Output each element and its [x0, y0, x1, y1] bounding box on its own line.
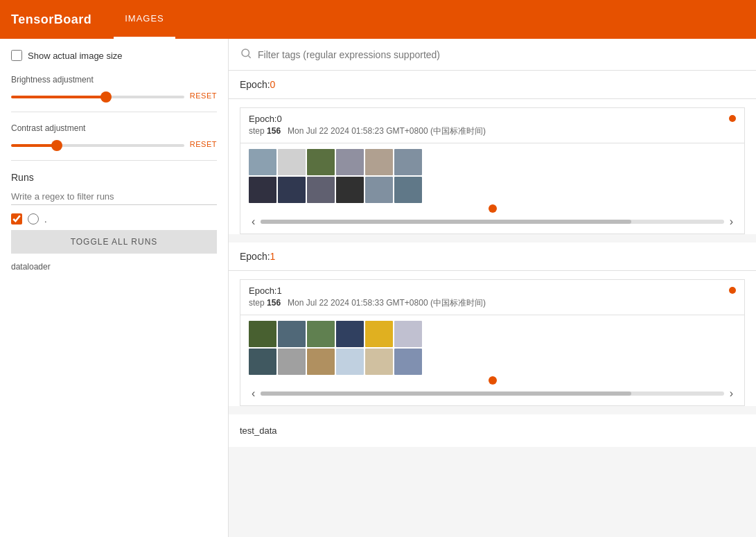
layout: Show actual image size Brightness adjust…: [0, 39, 756, 537]
test-data-label: test_data: [240, 425, 277, 436]
epoch-0-step: step 156 Mon Jul 22 2024 01:58:23 GMT+08…: [249, 125, 486, 137]
image-cell: [278, 149, 306, 175]
epoch-1-images: [240, 315, 744, 379]
run-radio[interactable]: [28, 213, 39, 225]
epoch-1-scroll-nav: ‹ ›: [240, 385, 744, 405]
epoch-1-row-2: [249, 349, 736, 375]
contrast-reset-button[interactable]: RESET: [190, 140, 217, 148]
image-cell: [365, 149, 393, 175]
contrast-slider[interactable]: [11, 144, 184, 147]
image-cell: [365, 349, 393, 375]
image-cell: [394, 349, 422, 375]
epoch-1-dot: [729, 287, 736, 294]
show-actual-size-checkbox[interactable]: [11, 50, 22, 61]
epoch-0-row-1: [249, 149, 736, 175]
divider-1: [11, 112, 217, 112]
epoch-0-dot: [729, 115, 736, 122]
sidebar: Show actual image size Brightness adjust…: [0, 39, 229, 537]
epoch-1-header: Epoch:1: [229, 243, 756, 271]
header: TensorBoard IMAGES: [0, 0, 756, 39]
epoch-0-scroll-thumb: [261, 220, 631, 224]
svg-line-1: [248, 55, 250, 58]
brightness-label: Brightness adjustment: [11, 75, 217, 85]
svg-point-0: [242, 49, 249, 57]
run-dot-label: .: [44, 214, 47, 225]
image-cell: [336, 149, 364, 175]
image-cell: [336, 349, 364, 375]
epoch-1-next-button[interactable]: ›: [727, 387, 736, 400]
image-cell: [249, 321, 276, 347]
epoch-1-card: Epoch:1 step 156 Mon Jul 22 2024 01:58:3…: [240, 279, 745, 406]
epoch-0-prev-button[interactable]: ‹: [249, 215, 258, 228]
contrast-slider-row: RESET: [11, 139, 217, 149]
epoch-1-prev-button[interactable]: ‹: [249, 387, 258, 400]
runs-filter-input[interactable]: [11, 188, 217, 205]
image-cell: [307, 349, 335, 375]
epoch-1-scroll-track: [261, 391, 723, 396]
epoch-0-next-button[interactable]: ›: [727, 215, 736, 228]
epoch-1-card-header: Epoch:1 step 156 Mon Jul 22 2024 01:58:3…: [240, 280, 744, 315]
image-cell: [394, 177, 422, 203]
image-cell: [365, 321, 393, 347]
epoch-1-step: step 156 Mon Jul 22 2024 01:58:33 GMT+08…: [249, 297, 486, 309]
image-cell: [249, 149, 276, 175]
test-data-section: test_data: [229, 414, 756, 447]
epoch-1-meta: Epoch:1 step 156 Mon Jul 22 2024 01:58:3…: [249, 285, 486, 309]
contrast-slider-container: [11, 139, 184, 149]
epoch-1-title: Epoch:1: [249, 285, 486, 296]
brightness-reset-button[interactable]: RESET: [190, 91, 217, 100]
search-icon: [240, 47, 252, 62]
epoch-0-position-indicator: [489, 204, 497, 213]
epoch-1-position-indicator: [489, 376, 497, 385]
dataloader-label: dataloader: [11, 262, 217, 272]
image-cell: [336, 177, 364, 203]
epoch-0-images: [240, 143, 744, 207]
contrast-section: Contrast adjustment RESET: [11, 123, 217, 149]
image-cell: [336, 321, 364, 347]
show-actual-size-row: Show actual image size: [11, 50, 217, 61]
app-logo: TensorBoard: [11, 12, 91, 27]
run-checkbox[interactable]: [11, 213, 22, 225]
epoch-0-meta: Epoch:0 step 156 Mon Jul 22 2024 01:58:2…: [249, 114, 486, 137]
brightness-slider-row: RESET: [11, 90, 217, 100]
image-cell: [365, 177, 393, 203]
divider-2: [11, 160, 217, 161]
runs-heading: Runs: [11, 172, 217, 183]
epoch-0-card: Epoch:0 step 156 Mon Jul 22 2024 01:58:2…: [240, 107, 745, 234]
epoch-0-card-header: Epoch:0 step 156 Mon Jul 22 2024 01:58:2…: [240, 108, 744, 143]
header-nav: IMAGES: [114, 0, 175, 39]
toggle-all-runs-button[interactable]: TOGGLE ALL RUNS: [11, 230, 217, 254]
epoch-0-title: Epoch:0: [249, 114, 486, 124]
search-bar: [229, 39, 756, 71]
image-cell: [307, 149, 335, 175]
brightness-slider[interactable]: [11, 96, 184, 98]
epoch-0-row-2: [249, 177, 736, 203]
epoch-0-scroll-track: [261, 220, 723, 224]
epoch-0-header: Epoch:0: [229, 71, 756, 99]
epoch-1-scroll-thumb: [261, 391, 631, 396]
epoch-0-scroll-nav: ‹ ›: [240, 213, 744, 234]
image-cell: [278, 321, 306, 347]
image-cell: [307, 321, 335, 347]
image-cell: [307, 177, 335, 203]
main-content: Epoch:0 Epoch:0 step 156 Mon Jul 22 2024…: [229, 39, 756, 537]
brightness-section: Brightness adjustment RESET: [11, 75, 217, 100]
image-cell: [278, 177, 306, 203]
image-cell: [249, 177, 276, 203]
image-cell: [249, 349, 276, 375]
image-cell: [394, 149, 422, 175]
contrast-label: Contrast adjustment: [11, 123, 217, 133]
run-item: .: [11, 213, 217, 225]
brightness-slider-container: [11, 90, 184, 100]
nav-item-images[interactable]: IMAGES: [114, 0, 175, 39]
epoch-1-section: Epoch:1 Epoch:1 step 156 Mon Jul 22 2024…: [229, 243, 756, 406]
image-cell: [394, 321, 422, 347]
tag-filter-input[interactable]: [258, 49, 745, 60]
runs-section: Runs . TOGGLE ALL RUNS dataloader: [11, 172, 217, 272]
epoch-0-section: Epoch:0 Epoch:0 step 156 Mon Jul 22 2024…: [229, 71, 756, 234]
epoch-1-row-1: [249, 321, 736, 347]
show-actual-size-label: Show actual image size: [28, 51, 123, 61]
image-cell: [278, 349, 306, 375]
